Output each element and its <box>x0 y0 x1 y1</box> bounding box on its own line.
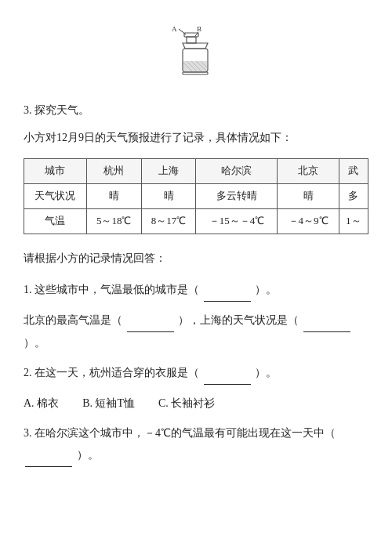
q1-text3: 北京的最高气温是（ <box>24 314 122 326</box>
bottle-label-a: A <box>172 25 177 33</box>
cell-beijing-temp: －4～9℃ <box>278 208 339 234</box>
option-c-label: C. 长袖衬衫 <box>158 397 215 409</box>
option-b-label: B. 短袖T恤 <box>82 397 135 409</box>
q3-text1: 3. 在哈尔滨这个城市中，－4℃的气温最有可能出现在这一天中（ <box>24 427 336 439</box>
q2-text1: 2. 在这一天，杭州适合穿的衣服是（ <box>24 367 199 378</box>
option-c: C. 长袖衬衫 <box>158 393 215 415</box>
q1-text1: 1. 这些城市中，气温最低的城市是（ <box>24 284 199 295</box>
table-header-harbin: 哈尔滨 <box>196 159 278 184</box>
weather-table: 城市 杭州 上海 哈尔滨 北京 武 天气状况 晴 晴 多云转晴 晴 多 气温 5… <box>24 158 368 234</box>
svg-rect-12 <box>183 72 208 74</box>
question-1-line1: 1. 这些城市中，气温最低的城市是（ ）。 <box>24 279 368 302</box>
question-3-text: 3. 在哈尔滨这个城市中，－4℃的气温最有可能出现在这一天中（ ）。 <box>24 422 368 467</box>
q1-text4: ），上海的天气状况是（ <box>178 314 299 326</box>
option-a: A. 棉衣 <box>24 393 59 415</box>
option-b: B. 短袖T恤 <box>82 393 135 415</box>
q2-blank[interactable] <box>204 362 251 385</box>
cell-shanghai-temp: 8～17℃ <box>141 208 196 234</box>
table-header-beijing: 北京 <box>278 159 339 184</box>
row-label-temp: 气温 <box>24 208 87 234</box>
table-header-wu: 武 <box>339 159 368 184</box>
option-a-label: A. 棉衣 <box>24 397 59 409</box>
q1-blank2[interactable] <box>127 310 174 332</box>
svg-marker-4 <box>183 43 208 49</box>
q3-text2: ）。 <box>77 449 99 461</box>
q2-text2: ）。 <box>255 367 277 378</box>
cell-hangzhou-temp: 5～18℃ <box>86 208 141 234</box>
row-label-weather: 天气状况 <box>24 184 87 209</box>
cell-shanghai-weather: 晴 <box>141 184 196 209</box>
table-row-weather: 天气状况 晴 晴 多云转晴 晴 多 <box>24 184 368 209</box>
svg-rect-3 <box>187 37 196 43</box>
question-1-block: 1. 这些城市中，气温最低的城市是（ ）。 北京的最高气温是（ ），上海的天气状… <box>24 279 368 354</box>
intro-text: 小方对12月9日的天气预报进行了记录，具体情况如下： <box>24 128 368 147</box>
q2-options: A. 棉衣 B. 短袖T恤 C. 长袖衬衫 <box>24 393 368 415</box>
bottle-illustration: A B <box>24 24 368 86</box>
cell-hangzhou-weather: 晴 <box>86 184 141 209</box>
question-2-text: 2. 在这一天，杭州适合穿的衣服是（ ）。 <box>24 362 368 385</box>
table-header-city: 城市 <box>24 159 87 184</box>
q1-blank3[interactable] <box>303 310 350 332</box>
cell-harbin-temp: －15～－4℃ <box>196 208 278 234</box>
q1-text5: ）。 <box>24 337 45 349</box>
table-header-hangzhou: 杭州 <box>86 159 141 184</box>
instructions: 请根据小方的记录情况回答： <box>24 248 368 268</box>
cell-harbin-weather: 多云转晴 <box>196 184 278 209</box>
q1-blank1[interactable] <box>204 279 251 302</box>
cell-wu-temp: 1～ <box>339 208 368 234</box>
section-title: 3. 探究天气。 <box>24 100 368 120</box>
table-row-temp: 气温 5～18℃ 8～17℃ －15～－4℃ －4～9℃ 1～ <box>24 208 368 234</box>
table-header-shanghai: 上海 <box>141 159 196 184</box>
q3-blank[interactable] <box>25 444 72 467</box>
bottle-label-b: B <box>197 25 201 33</box>
cell-wu-weather: 多 <box>339 184 368 209</box>
question-2-block: 2. 在这一天，杭州适合穿的衣服是（ ）。 A. 棉衣 B. 短袖T恤 C. 长… <box>24 362 368 415</box>
question-3-block: 3. 在哈尔滨这个城市中，－4℃的气温最有可能出现在这一天中（ ）。 <box>24 422 368 467</box>
cell-beijing-weather: 晴 <box>278 184 339 209</box>
q1-text2: ）。 <box>255 284 277 295</box>
svg-line-0 <box>179 29 186 34</box>
question-1-line2: 北京的最高气温是（ ），上海的天气状况是（ ）。 <box>24 310 368 354</box>
